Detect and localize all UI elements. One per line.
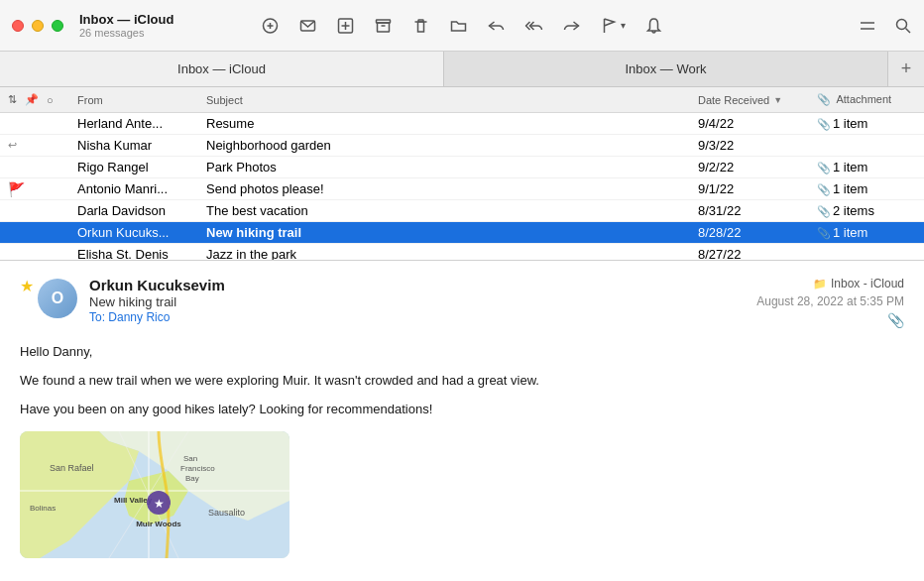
row-attachment: 📎1 item <box>817 116 916 131</box>
row-from: Antonio Manri... <box>77 181 206 196</box>
row-from: Elisha St. Denis <box>77 247 206 261</box>
toolbar: ▾ <box>262 17 663 35</box>
replied-indicator: ↩ <box>8 139 17 152</box>
star-icon[interactable]: ★ <box>20 277 34 295</box>
row-from: Nisha Kumar <box>77 138 206 153</box>
row-attachment: 📎1 item <box>817 181 916 196</box>
list-header: ⇅ 📌 ○ From Subject Date Received ▼ 📎 Att… <box>0 87 924 113</box>
header-from[interactable]: From <box>77 94 206 106</box>
svg-text:Muir Woods: Muir Woods <box>136 520 181 528</box>
row-subject: Resume <box>206 116 698 131</box>
attach-icon: 📎 <box>817 205 831 217</box>
move-icon[interactable] <box>450 17 468 35</box>
tab-work[interactable]: Inbox — Work <box>444 52 888 86</box>
row-date: 8/31/22 <box>698 203 817 218</box>
attach-icon: 📎 <box>817 118 831 130</box>
row-subject: Park Photos <box>206 160 698 174</box>
tabbar: Inbox — iCloud Inbox — Work + <box>0 52 924 87</box>
tab-icloud[interactable]: Inbox — iCloud <box>0 52 444 86</box>
mail-icon[interactable] <box>299 17 317 35</box>
close-button[interactable] <box>12 20 24 32</box>
email-row[interactable]: Darla DavidsonThe best vacation8/31/22📎2… <box>0 200 924 222</box>
add-tab-button[interactable]: + <box>888 52 924 86</box>
attach-icon: 📎 <box>817 227 831 239</box>
email-row[interactable]: 🚩Antonio Manri...Send photos please!9/1/… <box>0 178 924 200</box>
header-date[interactable]: Date Received ▼ <box>698 94 817 106</box>
search-icon[interactable] <box>894 17 912 35</box>
maximize-button[interactable] <box>52 20 63 32</box>
svg-text:Bolinas: Bolinas <box>30 504 56 513</box>
to-name[interactable]: Danny Rico <box>108 310 170 324</box>
row-attachment: 📎1 item <box>817 225 916 240</box>
toolbar-right <box>861 17 912 35</box>
forward-icon[interactable] <box>563 17 581 35</box>
row-date: 8/27/22 <box>698 247 817 261</box>
attach-icon: 📎 <box>817 183 831 195</box>
titlebar: Inbox — iCloud 26 messages <box>0 0 924 52</box>
pin-header-icon: 📌 <box>25 93 39 106</box>
row-date: 9/1/22 <box>698 181 817 196</box>
row-subject: New hiking trail <box>206 225 698 240</box>
svg-text:★: ★ <box>154 497 165 511</box>
folder-icon: 📁 <box>813 278 827 290</box>
svg-text:San: San <box>183 454 197 463</box>
window-title: Inbox — iCloud <box>79 12 173 27</box>
flag-icon[interactable]: ▾ <box>601 17 626 35</box>
sender-info: Orkun Kucuksevim New hiking trail To: Da… <box>89 277 756 324</box>
row-from: Orkun Kucuks... <box>77 225 206 240</box>
email-list-pane: ⇅ 📌 ○ From Subject Date Received ▼ 📎 Att… <box>0 87 924 261</box>
trash-icon[interactable] <box>412 17 430 35</box>
row-subject: The best vacation <box>206 203 698 218</box>
svg-point-13 <box>897 19 907 29</box>
minimize-button[interactable] <box>32 20 44 32</box>
email-row[interactable]: Elisha St. DenisJazz in the park8/27/22 <box>0 244 924 261</box>
email-body: Hello Danny, We found a new trail when w… <box>20 342 904 419</box>
reply-icon[interactable] <box>488 17 506 35</box>
email-to: To: Danny Rico <box>89 310 756 324</box>
flag-dropdown-arrow[interactable]: ▾ <box>621 20 626 31</box>
svg-text:Bay: Bay <box>185 474 199 483</box>
archive-icon[interactable] <box>375 17 393 35</box>
email-subject: New hiking trail <box>89 294 756 309</box>
header-subject[interactable]: Subject <box>206 94 698 106</box>
email-row[interactable]: Herland Ante...Resume9/4/22📎1 item <box>0 113 924 135</box>
row-attachment: 📎1 item <box>817 160 916 174</box>
inbox-label: 📁 Inbox - iCloud <box>813 277 904 290</box>
body-paragraph2: Have you been on any good hikes lately? … <box>20 400 904 420</box>
notification-icon[interactable] <box>645 17 663 35</box>
body-paragraph1: We found a new trail when we were explor… <box>20 371 904 392</box>
map-attachment[interactable]: San Rafael San Francisco Bay Bolinas Mil… <box>20 431 289 558</box>
detail-pane: ★ O Orkun Kucuksevim New hiking trail To… <box>0 261 924 581</box>
reply-all-icon[interactable] <box>525 17 543 35</box>
row-date: 9/4/22 <box>698 116 817 131</box>
sender-name: Orkun Kucuksevim <box>89 277 756 293</box>
svg-rect-8 <box>378 23 390 32</box>
email-row[interactable]: Rigo RangelPark Photos9/2/22📎1 item <box>0 157 924 178</box>
row-date: 9/2/22 <box>698 160 817 174</box>
avatar: O <box>38 279 77 318</box>
email-row[interactable]: Orkun Kucuks...New hiking trail8/28/22📎1… <box>0 222 924 244</box>
window-title-info: Inbox — iCloud 26 messages <box>79 12 173 39</box>
row-flags: 🚩 <box>8 181 77 197</box>
sort-arrow-icon: ▼ <box>773 95 782 105</box>
svg-text:Mill Valley: Mill Valley <box>114 496 153 505</box>
message-count: 26 messages <box>79 27 173 39</box>
header-attachment: 📎 Attachment <box>817 93 916 106</box>
row-subject: Neighborhood garden <box>206 138 698 153</box>
new-message-icon[interactable] <box>337 17 355 35</box>
svg-line-14 <box>906 28 911 33</box>
traffic-lights <box>12 20 63 32</box>
row-from: Rigo Rangel <box>77 160 206 174</box>
more-icon[interactable] <box>861 17 878 35</box>
flag-indicator: 🚩 <box>8 181 25 197</box>
row-date: 9/3/22 <box>698 138 817 153</box>
sort-toggle-icon[interactable]: ⇅ <box>8 93 17 106</box>
row-from: Herland Ante... <box>77 116 206 131</box>
row-flags: ↩ <box>8 139 77 152</box>
email-row[interactable]: ↩Nisha KumarNeighborhood garden9/3/22 <box>0 135 924 157</box>
svg-rect-10 <box>418 20 423 22</box>
svg-text:San Rafael: San Rafael <box>50 463 94 473</box>
compose-icon[interactable] <box>262 17 280 35</box>
row-attachment: 📎2 items <box>817 203 916 218</box>
header-flags: ⇅ 📌 ○ <box>8 93 77 106</box>
